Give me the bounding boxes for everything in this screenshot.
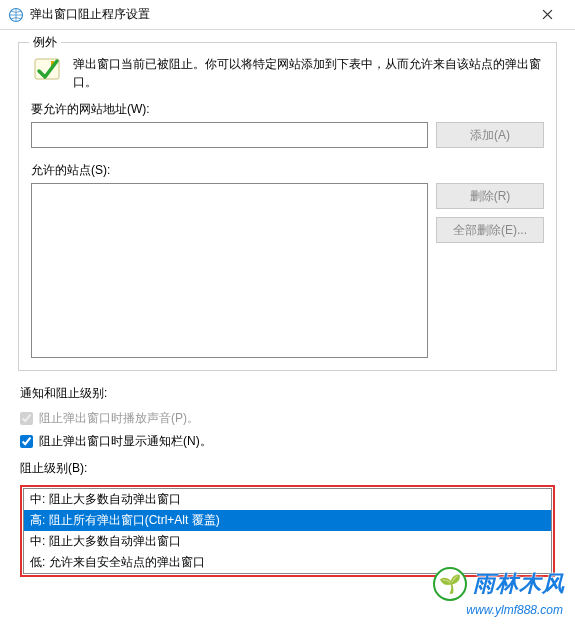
address-input-row: 添加(A): [31, 122, 544, 148]
dropdown-option[interactable]: 中: 阻止大多数自动弹出窗口: [24, 489, 551, 510]
content-area: 例外 弹出窗口当前已被阻止。你可以将特定网站添加到下表中，从而允许来自该站点的弹…: [0, 30, 575, 577]
block-level-dropdown[interactable]: 中: 阻止大多数自动弹出窗口高: 阻止所有弹出窗口(Ctrl+Alt 覆盖)中:…: [23, 488, 552, 574]
close-button[interactable]: [527, 1, 567, 29]
window-title: 弹出窗口阻止程序设置: [30, 6, 527, 23]
titlebar: 弹出窗口阻止程序设置: [0, 0, 575, 30]
watermark-url: www.ylmf888.com: [466, 603, 563, 617]
sites-label: 允许的站点(S):: [31, 162, 544, 179]
allowed-sites-listbox[interactable]: [31, 183, 428, 358]
dropdown-option[interactable]: 高: 阻止所有弹出窗口(Ctrl+Alt 覆盖): [24, 510, 551, 531]
info-text: 弹出窗口当前已被阻止。你可以将特定网站添加到下表中，从而允许来自该站点的弹出窗口…: [73, 53, 544, 91]
remove-all-button[interactable]: 全部删除(E)...: [436, 217, 544, 243]
address-input[interactable]: [31, 122, 428, 148]
remove-button[interactable]: 删除(R): [436, 183, 544, 209]
sites-row: 删除(R) 全部删除(E)...: [31, 183, 544, 358]
allow-checkmark-icon: [31, 53, 63, 85]
sites-button-stack: 删除(R) 全部删除(E)...: [436, 183, 544, 243]
level-label: 阻止级别(B):: [20, 460, 555, 477]
info-row: 弹出窗口当前已被阻止。你可以将特定网站添加到下表中，从而允许来自该站点的弹出窗口…: [31, 53, 544, 91]
groupbox-label: 例外: [29, 34, 61, 51]
leaf-icon: 🌱: [433, 567, 467, 601]
exceptions-groupbox: 例外 弹出窗口当前已被阻止。你可以将特定网站添加到下表中，从而允许来自该站点的弹…: [18, 42, 557, 371]
watermark: 🌱 雨林木风: [433, 567, 565, 601]
notify-section-title: 通知和阻止级别:: [20, 385, 555, 402]
globe-settings-icon: [8, 7, 24, 23]
address-label: 要允许的网站地址(W):: [31, 101, 544, 118]
add-button[interactable]: 添加(A): [436, 122, 544, 148]
notifybar-checkbox[interactable]: [20, 435, 33, 448]
notifybar-checkbox-row[interactable]: 阻止弹出窗口时显示通知栏(N)。: [20, 433, 555, 450]
notifybar-checkbox-label: 阻止弹出窗口时显示通知栏(N)。: [39, 433, 212, 450]
dropdown-option[interactable]: 中: 阻止大多数自动弹出窗口: [24, 531, 551, 552]
sound-checkbox[interactable]: [20, 412, 33, 425]
sound-checkbox-row[interactable]: 阻止弹出窗口时播放声音(P)。: [20, 410, 555, 427]
watermark-brand: 雨林木风: [473, 569, 565, 599]
block-level-dropdown-highlight: 中: 阻止大多数自动弹出窗口高: 阻止所有弹出窗口(Ctrl+Alt 覆盖)中:…: [20, 485, 555, 577]
sound-checkbox-label: 阻止弹出窗口时播放声音(P)。: [39, 410, 199, 427]
